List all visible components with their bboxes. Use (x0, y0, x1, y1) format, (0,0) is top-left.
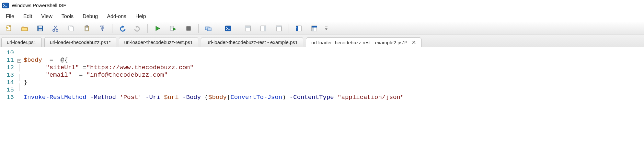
fold-marker (17, 49, 22, 57)
menu-item-tools[interactable]: Tools (57, 12, 78, 21)
svg-rect-0 (2, 3, 9, 8)
title-bar: Windows PowerShell ISE (0, 0, 644, 11)
code-line[interactable]: } (24, 79, 404, 86)
tab-strip: url-loader.ps1url-loader-thecodebuzz.ps1… (0, 35, 644, 47)
line-number: 11 (6, 57, 14, 64)
line-number: 15 (6, 86, 14, 94)
file-tab-label: url-loader.ps1 (7, 39, 36, 45)
fold-marker (17, 93, 22, 101)
svg-rect-16 (86, 27, 88, 30)
code-editor[interactable]: 10111213141516 − $body = @{ "siteUrl" ="… (0, 47, 644, 121)
svg-rect-36 (276, 26, 282, 27)
layout-script-max-icon[interactable] (273, 24, 285, 33)
svg-rect-6 (39, 26, 42, 28)
svg-rect-34 (264, 26, 266, 31)
svg-rect-32 (245, 26, 250, 28)
run-icon[interactable] (152, 24, 163, 33)
svg-point-11 (56, 29, 58, 31)
menu-bar: FileEditViewToolsDebugAdd-onsHelp (0, 11, 644, 22)
close-tab-icon[interactable]: ✕ (412, 40, 416, 45)
file-tab[interactable]: url-loader-thecodebuzz-rest - example.ps… (201, 37, 303, 47)
code-content[interactable]: $body = @{ "siteUrl" ="https://www.theco… (22, 49, 404, 108)
line-number: 13 (6, 71, 14, 79)
file-tab[interactable]: url-loader-thecodebuzz-rest.ps1 (119, 37, 199, 47)
undo-icon[interactable] (116, 24, 128, 33)
toolbar-overflow-icon[interactable] (323, 24, 329, 33)
file-tab-label: url-loader-thecodebuzz.ps1* (50, 39, 111, 45)
fold-marker (17, 64, 22, 74)
line-number: 10 (6, 49, 14, 57)
toolbar-separator (238, 24, 238, 33)
svg-rect-7 (39, 29, 42, 31)
code-line[interactable]: "email" = "info@thecodebuzz.com" (24, 71, 404, 79)
menu-item-view[interactable]: View (37, 12, 57, 21)
menu-item-debug[interactable]: Debug (78, 12, 102, 21)
toolbar (0, 22, 644, 35)
svg-marker-24 (173, 28, 176, 30)
fold-marker (17, 74, 22, 83)
show-command-addon-icon[interactable] (308, 24, 320, 33)
code-line[interactable]: Invoke-RestMethod -Method 'Post' -Uri $u… (24, 94, 404, 101)
toolbar-separator (198, 24, 199, 33)
svg-rect-15 (86, 26, 88, 27)
toolbar-separator (112, 24, 112, 33)
svg-marker-43 (325, 28, 328, 30)
menu-item-file[interactable]: File (1, 12, 19, 21)
new-file-icon[interactable] (3, 24, 15, 33)
fold-marker[interactable]: − (17, 57, 22, 64)
line-number: 12 (6, 64, 14, 71)
layout-script-top-icon[interactable] (242, 24, 254, 33)
code-line[interactable]: "siteUrl" ="https://www.thecodebuzz.com" (24, 64, 404, 71)
svg-marker-18 (122, 26, 124, 28)
menu-item-edit[interactable]: Edit (19, 12, 37, 21)
svg-rect-40 (312, 26, 317, 27)
code-line[interactable] (24, 86, 404, 94)
powershell-icon[interactable] (222, 24, 234, 33)
fold-column[interactable]: − (17, 49, 22, 108)
show-command-icon[interactable] (293, 24, 305, 33)
remote-icon[interactable] (202, 24, 214, 33)
open-folder-icon[interactable] (19, 24, 30, 33)
file-tab-label: url-loader-thecodebuzz-rest - example2.p… (311, 40, 407, 45)
stop-icon[interactable] (183, 24, 194, 33)
redo-icon[interactable] (132, 24, 144, 33)
file-tab[interactable]: url-loader.ps1 (1, 37, 42, 47)
menu-item-add-ons[interactable]: Add-ons (102, 12, 131, 21)
line-number: 14 (6, 79, 14, 86)
paste-icon[interactable] (81, 24, 93, 33)
copy-icon[interactable] (65, 24, 77, 33)
file-tab-label: url-loader-thecodebuzz-rest - example.ps… (206, 39, 298, 45)
fold-marker (17, 83, 22, 93)
toolbar-separator (147, 24, 148, 33)
cut-icon[interactable] (50, 24, 62, 33)
line-number: 16 (6, 94, 14, 101)
toolbar-separator (289, 24, 289, 33)
powershell-ise-app-icon (2, 2, 9, 9)
fold-marker (17, 101, 22, 108)
file-tab[interactable]: url-loader-thecodebuzz-rest - example2.p… (306, 38, 421, 47)
menu-item-help[interactable]: Help (131, 12, 151, 21)
svg-marker-19 (135, 26, 137, 28)
svg-marker-20 (156, 26, 160, 31)
svg-rect-25 (187, 27, 190, 30)
code-line[interactable] (24, 49, 404, 57)
svg-rect-41 (312, 27, 314, 31)
run-selection-icon[interactable] (167, 24, 179, 33)
save-icon[interactable] (34, 24, 46, 33)
file-tab[interactable]: url-loader-thecodebuzz.ps1* (44, 37, 116, 47)
svg-rect-27 (207, 28, 211, 31)
window-title: Windows PowerShell ISE (12, 3, 66, 8)
svg-point-10 (53, 29, 55, 31)
file-tab-label: url-loader-thecodebuzz-rest.ps1 (124, 39, 193, 45)
clear-icon[interactable] (97, 24, 108, 33)
line-number-gutter: 10111213141516 (0, 49, 17, 108)
toolbar-separator (218, 24, 218, 33)
svg-rect-13 (70, 27, 74, 31)
layout-script-right-icon[interactable] (258, 24, 269, 33)
code-line[interactable]: $body = @{ (24, 57, 404, 64)
